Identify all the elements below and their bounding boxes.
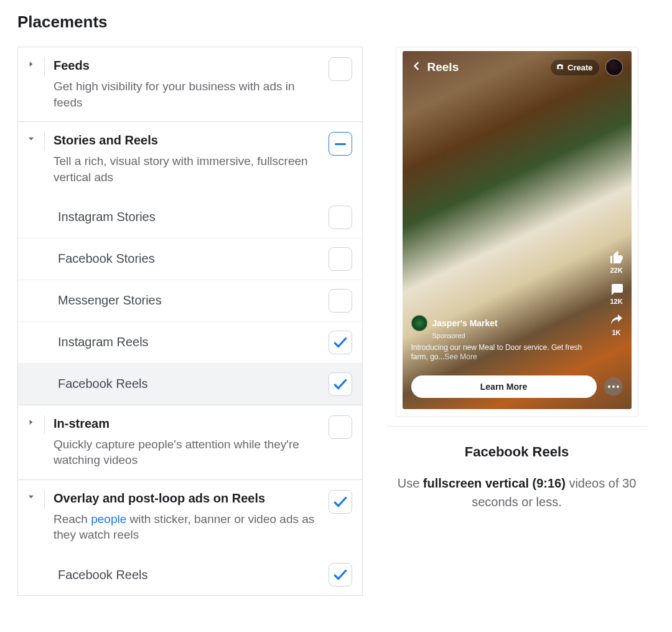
more-button[interactable] — [604, 377, 623, 396]
comment-count: 12K — [610, 298, 622, 305]
like-count: 22K — [610, 266, 622, 274]
share-count: 1K — [612, 329, 620, 336]
divider — [44, 132, 45, 151]
list-item[interactable]: Messenger Stories — [18, 280, 362, 321]
list-item[interactable]: Instagram Stories — [18, 197, 362, 238]
ad-copy: Introducing our new Meal to Door service… — [411, 343, 588, 362]
brand-avatar[interactable] — [411, 315, 427, 331]
section-title: Feeds — [54, 57, 324, 73]
section-title: Overlay and post-loop ads on Reels — [54, 490, 324, 506]
ad-meta: Jasper's Market Sponsored Introducing ou… — [411, 315, 588, 362]
preview-caption: Facebook Reels Use fullscreen vertical (… — [386, 426, 648, 511]
section-description: Quickly capture people's attention while… — [54, 436, 324, 468]
divider — [44, 415, 45, 434]
avatar[interactable] — [605, 59, 623, 76]
facebook-reels-checkbox[interactable] — [329, 372, 352, 396]
learn-more-button[interactable]: Learn More — [411, 375, 597, 398]
chevron-down-icon[interactable] — [27, 490, 44, 501]
stories-reels-checkbox[interactable] — [329, 132, 352, 156]
section-title: Stories and Reels — [54, 132, 324, 148]
divider — [44, 490, 45, 509]
section-feeds: Feeds Get high visibility for your busin… — [18, 47, 362, 122]
instagram-stories-checkbox[interactable] — [329, 205, 352, 229]
section-instream: In-stream Quickly capture people's atten… — [18, 405, 362, 480]
list-item[interactable]: Facebook Reels — [18, 554, 362, 595]
reel-actions: 22K 12K 1K — [609, 250, 624, 336]
overlay-facebook-reels-checkbox[interactable] — [329, 563, 352, 587]
create-label: Create — [567, 63, 592, 72]
feeds-checkbox[interactable] — [329, 57, 352, 81]
back-icon[interactable] — [410, 60, 422, 75]
overlay-checkbox[interactable] — [329, 490, 352, 514]
see-more-link[interactable]: See More — [445, 352, 477, 361]
phone-preview: Reels Create — [396, 47, 638, 417]
instagram-reels-checkbox[interactable] — [329, 331, 352, 354]
messenger-stories-checkbox[interactable] — [329, 289, 352, 313]
preview-column: Reels Create — [379, 47, 655, 596]
chevron-right-icon[interactable] — [27, 415, 44, 427]
preview-title: Facebook Reels — [386, 444, 648, 460]
share-button[interactable]: 1K — [609, 313, 624, 336]
sub-item-label: Instagram Stories — [58, 210, 156, 224]
list-item[interactable]: Facebook Stories — [18, 238, 362, 280]
camera-icon — [556, 62, 564, 73]
preview-topbar-title: Reels — [427, 60, 459, 74]
instream-checkbox[interactable] — [329, 415, 352, 439]
sub-item-label: Facebook Stories — [58, 252, 155, 266]
placements-panel: Feeds Get high visibility for your busin… — [17, 47, 363, 596]
sub-list: Instagram Stories Facebook Stories Messe… — [18, 197, 362, 405]
section-description: Get high visibility for your business wi… — [54, 78, 324, 110]
sub-item-label: Facebook Reels — [58, 568, 148, 582]
chevron-right-icon[interactable] — [27, 57, 44, 68]
sub-item-label: Messenger Stories — [58, 293, 162, 308]
create-button[interactable]: Create — [551, 60, 599, 75]
page-title: Placements — [17, 12, 655, 32]
brand-name: Jasper's Market — [432, 318, 498, 328]
sub-item-label: Facebook Reels — [58, 377, 148, 391]
like-button[interactable]: 22K — [609, 250, 624, 274]
comment-button[interactable]: 12K — [609, 281, 624, 305]
section-stories-reels: Stories and Reels Tell a rich, visual st… — [18, 122, 362, 405]
sub-item-label: Instagram Reels — [58, 335, 149, 349]
facebook-stories-checkbox[interactable] — [329, 247, 352, 271]
sponsored-label: Sponsored — [432, 332, 588, 339]
sub-list: Facebook Reels — [18, 554, 362, 595]
list-item[interactable]: Instagram Reels — [18, 321, 362, 363]
section-description: Tell a rich, visual story with immersive… — [54, 153, 324, 185]
preview-description: Use fullscreen vertical (9:16) videos of… — [386, 474, 648, 511]
phone-screen: Reels Create — [403, 51, 632, 409]
section-title: In-stream — [54, 415, 324, 432]
list-item[interactable]: Facebook Reels — [18, 363, 362, 405]
chevron-down-icon[interactable] — [27, 132, 44, 143]
section-overlay: Overlay and post-loop ads on Reels Reach… — [18, 480, 362, 595]
people-link[interactable]: people — [91, 512, 126, 526]
divider — [44, 57, 45, 76]
section-description: Reach people with sticker, banner or vid… — [54, 511, 324, 543]
